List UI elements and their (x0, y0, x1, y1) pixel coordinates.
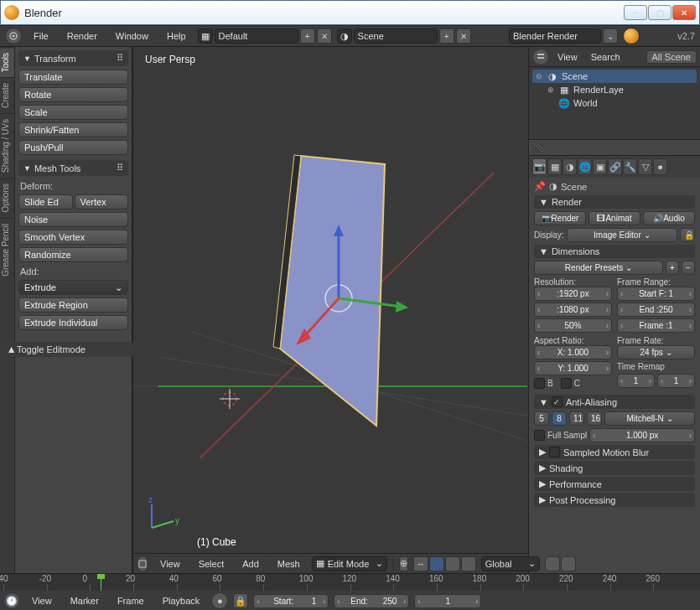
timeremap-new-field[interactable]: 1 (657, 374, 695, 388)
tab-grease-pencil[interactable]: Grease Pencil (0, 218, 14, 282)
scene-remove-button[interactable]: ✕ (456, 28, 471, 44)
context-object-icon[interactable]: ▣ (593, 158, 607, 175)
postproc-panel-header[interactable]: ▶Post Processing (534, 493, 695, 507)
resolution-y-field[interactable]: :1080 px (534, 302, 612, 317)
display-lock-icon[interactable]: 🔒 (680, 228, 695, 242)
preset-add-button[interactable]: + (666, 261, 679, 275)
layout-add-button[interactable]: + (300, 28, 315, 44)
menu-file[interactable]: File (27, 29, 55, 43)
render-button[interactable]: 📷Render (534, 211, 586, 225)
shading-solid-icon[interactable] (392, 556, 394, 572)
push-pull-button[interactable]: Push/Pull (18, 140, 128, 155)
vp-menu-add[interactable]: Add (236, 557, 266, 571)
timeline-menu-frame[interactable]: Frame (111, 594, 151, 607)
close-button[interactable]: ✕ (672, 5, 696, 20)
extrude-button[interactable]: Extrude⌄ (18, 280, 128, 295)
manipulator-rotate-icon[interactable] (445, 556, 460, 571)
end-frame-field[interactable]: End: 250 (334, 594, 409, 608)
context-constraints-icon[interactable]: 🔗 (608, 158, 622, 175)
outliner-tree[interactable]: ⊖◑Scene ⊕▦RenderLaye 🌐World (529, 67, 700, 139)
border-checkbox[interactable] (534, 378, 545, 389)
slide-edge-button[interactable]: Slide Ed (18, 194, 73, 209)
dimensions-panel-header[interactable]: ▼Dimensions (534, 245, 695, 258)
lock-range-icon[interactable]: 🔒 (233, 593, 248, 608)
timeline-menu-playback[interactable]: Playback (156, 594, 207, 607)
meshtools-panel-header[interactable]: ▼Mesh Tools⠿ (18, 160, 128, 176)
context-modifiers-icon[interactable]: 🔧 (623, 158, 637, 175)
randomize-button[interactable]: Randomize (18, 247, 128, 262)
layout-remove-button[interactable]: ✕ (317, 28, 332, 44)
transform-panel-header[interactable]: ▼Transform⠿ (18, 50, 128, 66)
extrude-region-button[interactable]: Extrude Region (18, 297, 128, 313)
menu-help[interactable]: Help (160, 29, 193, 43)
screen-layout-selector[interactable]: ▦ Default + ✕ (198, 28, 332, 44)
context-renderlayers-icon[interactable]: ▦ (547, 158, 562, 175)
timeline-ruler[interactable]: -40 -20 0 20 40 60 80 100 120 140 160 18… (0, 574, 700, 591)
outliner-menu-search[interactable]: Search (586, 50, 625, 64)
outliner-renderlayers-row[interactable]: ⊕▦RenderLaye (532, 83, 697, 96)
scale-button[interactable]: Scale (18, 105, 128, 120)
preset-remove-button[interactable]: − (682, 261, 695, 275)
end-frame-field[interactable]: End :250 (617, 302, 695, 317)
viewport-editor-icon[interactable] (137, 556, 148, 572)
vp-menu-view[interactable]: View (153, 557, 187, 571)
auto-keyframe-icon[interactable]: ● (211, 592, 228, 609)
menu-render[interactable]: Render (60, 29, 104, 43)
outliner-editor-icon[interactable] (532, 49, 549, 65)
animation-button[interactable]: 🎞Animat (589, 211, 640, 225)
frame-step-field[interactable]: Frame :1 (617, 318, 695, 333)
mode-selector[interactable]: ▦Edit Mode⌄ (312, 556, 387, 571)
crop-checkbox[interactable] (561, 378, 572, 389)
translate-button[interactable]: Translate (18, 70, 128, 85)
timeline-menu-view[interactable]: View (25, 594, 59, 607)
timeline-editor-icon[interactable]: 🕐 (3, 592, 20, 609)
tab-tools[interactable]: Tools (0, 47, 14, 77)
context-material-icon[interactable]: ● (653, 158, 667, 175)
render-presets-selector[interactable]: Render Presets ⌄ (534, 261, 663, 275)
slide-vertex-button[interactable]: Vertex (75, 194, 129, 209)
aa-panel-header[interactable]: ▼✓Anti-Aliasing (534, 395, 695, 409)
engine-selector[interactable]: Blender Render ⌄ (509, 28, 618, 44)
shrink-fatten-button[interactable]: Shrink/Fatten (18, 122, 128, 137)
extrude-individual-button[interactable]: Extrude Individual (18, 315, 128, 330)
pivot-icon[interactable]: ⊕ (399, 556, 408, 571)
aspect-y-field[interactable]: Y: 1.000 (534, 361, 612, 375)
aspect-x-field[interactable]: X: 1.000 (534, 345, 612, 359)
context-render-icon[interactable]: 📷 (532, 158, 547, 175)
minimize-button[interactable]: − (624, 5, 647, 20)
noise-button[interactable]: Noise (18, 212, 128, 227)
vp-menu-mesh[interactable]: Mesh (271, 557, 307, 571)
rotate-button[interactable]: Rotate (18, 87, 128, 102)
layer-button[interactable] (561, 556, 576, 571)
outliner-scope-selector[interactable]: All Scene (646, 50, 697, 64)
aa-8-button[interactable]: 8 (552, 411, 567, 426)
outliner-menu-view[interactable]: View (552, 50, 583, 64)
timeline-menu-marker[interactable]: Marker (64, 594, 106, 607)
context-data-icon[interactable]: ▽ (638, 158, 652, 175)
aa-11-button[interactable]: 11 (569, 411, 584, 426)
scene-selector[interactable]: ◑ Scene + ✕ (337, 28, 471, 44)
resolution-x-field[interactable]: :1920 px (534, 287, 612, 301)
tab-create[interactable]: Create (0, 77, 14, 113)
orientation-selector[interactable]: Global⌄ (481, 556, 540, 571)
manipulator-scale-icon[interactable] (461, 556, 476, 571)
aa-filter-selector[interactable]: Mitchell-N ⌄ (604, 411, 695, 426)
context-scene-icon[interactable]: ◑ (563, 158, 577, 175)
display-selector[interactable]: Image Editor ⌄ (567, 228, 677, 242)
tab-options[interactable]: Options (0, 178, 14, 217)
scene-add-button[interactable]: + (439, 28, 454, 44)
layer-button[interactable] (545, 556, 560, 571)
audio-button[interactable]: 🔊Audio (643, 211, 695, 225)
maximize-button[interactable]: ▢ (648, 5, 671, 20)
shading-panel-header[interactable]: ▶Shading (534, 461, 695, 475)
manipulator-toggle[interactable]: ↔ (413, 556, 428, 571)
toggle-editmode-panel[interactable]: ▶Toggle Editmode (3, 342, 133, 357)
aa-16-button[interactable]: 16 (587, 411, 602, 426)
timeremap-old-field[interactable]: 1 (617, 374, 655, 388)
pin-icon[interactable]: 📌 (534, 181, 546, 192)
current-frame-field[interactable]: 1 (414, 594, 481, 608)
performance-panel-header[interactable]: ▶Performance (534, 477, 695, 491)
full-sample-checkbox[interactable] (534, 430, 545, 441)
properties-grip[interactable] (529, 139, 700, 156)
tab-shading-uvs[interactable]: Shading / UVs (0, 113, 14, 178)
